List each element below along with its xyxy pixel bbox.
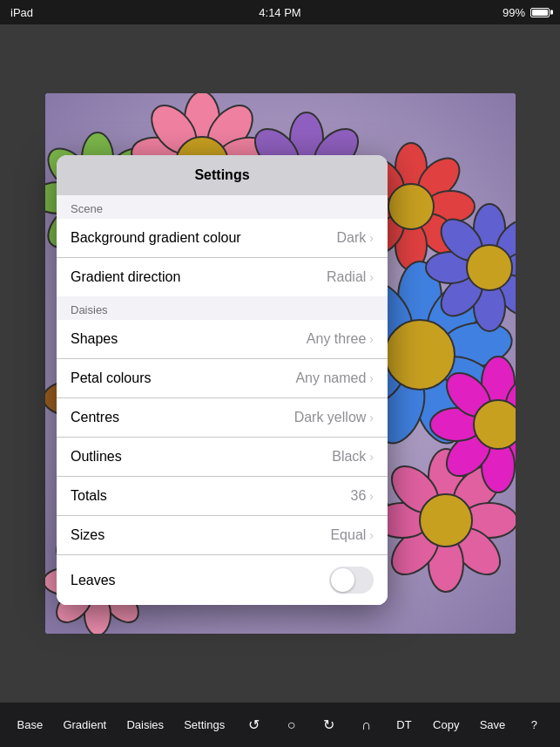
toolbar-bookmark[interactable]: ∩ (351, 712, 382, 738)
outlines-row[interactable]: Outlines Black › (57, 438, 388, 477)
totals-label: Totals (71, 488, 107, 504)
sizes-value: Equal › (330, 527, 374, 543)
daisies-section-header: Daisies (57, 296, 388, 320)
settings-title: Settings (194, 167, 249, 182)
gradient-direction-value: Radial › (327, 269, 374, 285)
petal-colours-row[interactable]: Petal colours Any named › (57, 359, 388, 398)
gradient-direction-label: Gradient direction (71, 269, 180, 285)
background-gradient-row[interactable]: Background gradient colour Dark › (57, 219, 388, 258)
toolbar-redo[interactable]: ↻ (314, 711, 345, 738)
device-label: iPad (10, 6, 33, 19)
status-bar: iPad 4:14 PM 99% (0, 0, 560, 24)
svg-point-101 (467, 245, 512, 290)
toolbar-daisies[interactable]: Daisies (119, 713, 171, 737)
chevron-icon: › (369, 411, 374, 424)
petal-colours-value: Any named › (295, 370, 374, 386)
chevron-icon: › (369, 371, 374, 385)
outlines-label: Outlines (71, 449, 122, 465)
totals-row[interactable]: Totals 36 › (57, 477, 388, 516)
shapes-value: Any three › (307, 331, 374, 347)
undo-icon: ↺ (248, 716, 260, 733)
sizes-label: Sizes (71, 527, 105, 543)
toggle-thumb (331, 568, 354, 592)
daisies-settings-group: Shapes Any three › Petal colours Any nam… (57, 320, 388, 605)
svg-point-92 (420, 494, 472, 547)
svg-point-110 (474, 400, 516, 449)
chevron-icon: › (369, 489, 374, 503)
background-gradient-value: Dark › (337, 230, 374, 246)
chevron-icon: › (369, 231, 374, 245)
svg-point-37 (388, 184, 434, 229)
sizes-row[interactable]: Sizes Equal › (57, 516, 388, 555)
centres-value: Dark yellow › (294, 410, 374, 425)
toolbar-copy[interactable]: Copy (426, 713, 466, 737)
toolbar-help[interactable]: ? (518, 713, 550, 737)
gradient-direction-row[interactable]: Gradient direction Radial › (57, 258, 388, 296)
svg-point-47 (385, 320, 455, 390)
toolbar-settings[interactable]: Settings (177, 713, 232, 737)
toolbar-undo[interactable]: ↺ (238, 711, 269, 738)
centres-label: Centres (71, 410, 119, 425)
outlines-value: Black › (332, 449, 374, 465)
main-canvas-area: Settings Scene Background gradient colou… (0, 24, 560, 702)
battery-icon (530, 8, 550, 17)
battery-percent: 99% (503, 6, 525, 19)
leaves-label: Leaves (71, 573, 116, 588)
status-bar-right: 99% (503, 6, 550, 19)
toolbar-base[interactable]: Base (10, 713, 51, 737)
chevron-icon: › (369, 450, 374, 464)
background-gradient-label: Background gradient colour (71, 230, 241, 246)
bottom-toolbar: Base Gradient Daisies Settings ↺ ○ ↻ ∩ D… (0, 702, 560, 747)
scene-section-header: Scene (57, 195, 388, 219)
chevron-icon: › (369, 270, 374, 284)
totals-value: 36 › (351, 488, 374, 504)
settings-panel: Settings Scene Background gradient colou… (57, 155, 388, 605)
toolbar-gradient[interactable]: Gradient (56, 713, 113, 737)
bookmark-icon: ∩ (361, 717, 372, 733)
shapes-label: Shapes (71, 331, 118, 347)
chevron-icon: › (369, 528, 374, 542)
redo-icon: ↻ (323, 716, 334, 733)
circle-icon: ○ (287, 717, 296, 733)
chevron-icon: › (369, 332, 374, 346)
toolbar-dt[interactable]: DT (388, 713, 420, 737)
time-display: 4:14 PM (259, 6, 300, 19)
leaves-toggle[interactable] (329, 567, 374, 594)
petal-colours-label: Petal colours (71, 370, 152, 386)
toolbar-circle[interactable]: ○ (275, 712, 307, 738)
leaves-row[interactable]: Leaves (57, 555, 388, 605)
scene-settings-group: Background gradient colour Dark › Gradie… (57, 219, 388, 296)
toolbar-save[interactable]: Save (473, 713, 513, 737)
shapes-row[interactable]: Shapes Any three › (57, 320, 388, 359)
centres-row[interactable]: Centres Dark yellow › (57, 398, 388, 438)
settings-header: Settings (57, 155, 388, 195)
